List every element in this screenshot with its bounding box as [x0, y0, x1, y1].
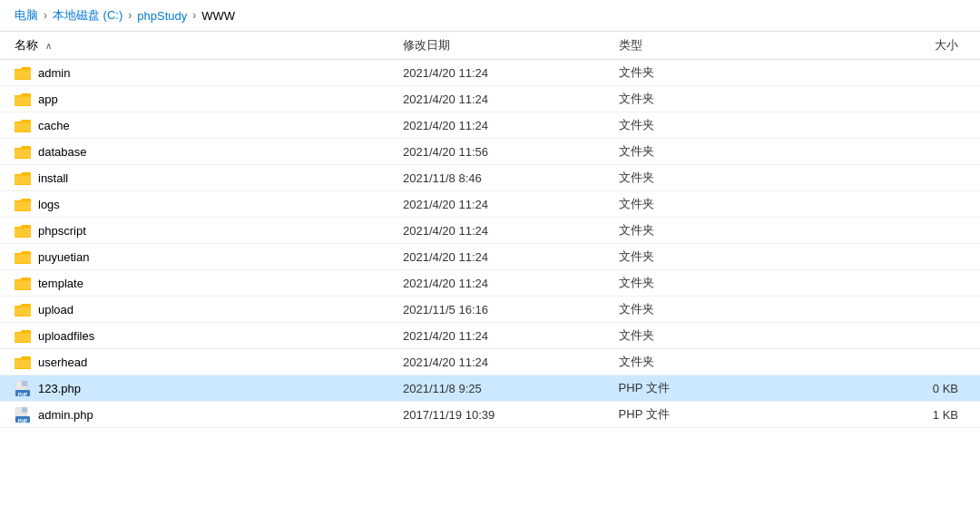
file-table: 名称 ∧ 修改日期 类型 大小	[0, 32, 980, 428]
file-size	[804, 270, 980, 297]
table-row[interactable]: upload 2021/11/5 16:16 文件夹	[0, 297, 980, 323]
table-row[interactable]: puyuetian 2021/4/20 11:24 文件夹	[0, 244, 980, 270]
svg-rect-1	[15, 69, 31, 79]
file-date: 2021/4/20 11:24	[392, 191, 608, 218]
file-name-cell: PHP 123.php	[0, 375, 392, 402]
file-size	[804, 297, 980, 323]
file-size	[804, 349, 980, 375]
file-date: 2021/4/20 11:24	[392, 270, 608, 297]
file-type: PHP 文件	[608, 375, 804, 402]
file-name-cell: phpscript	[0, 218, 392, 244]
file-size	[804, 244, 980, 270]
table-row[interactable]: userhead 2021/4/20 11:24 文件夹	[0, 349, 980, 375]
folder-icon	[15, 118, 31, 132]
svg-rect-11	[15, 200, 31, 210]
svg-rect-13	[15, 227, 31, 237]
folder-icon	[15, 302, 31, 316]
folder-icon	[15, 92, 31, 106]
breadcrumb-sep-2: ›	[128, 9, 132, 22]
breadcrumb-phpstudy[interactable]: phpStudy	[137, 9, 187, 23]
sort-arrow-icon: ∧	[45, 41, 52, 51]
file-type: 文件夹	[608, 244, 804, 270]
file-name: cache	[38, 119, 70, 132]
file-size: 1 KB	[804, 402, 980, 428]
svg-rect-25	[22, 381, 27, 386]
file-name: template	[38, 277, 83, 290]
file-date: 2021/11/8 9:25	[392, 375, 608, 402]
file-date: 2021/4/20 11:24	[392, 323, 608, 349]
file-date: 2021/4/20 11:24	[392, 112, 608, 139]
file-size	[804, 86, 980, 112]
table-row[interactable]: install 2021/11/8 8:46 文件夹	[0, 165, 980, 191]
file-name: app	[38, 92, 58, 106]
svg-text:PHP: PHP	[18, 418, 28, 424]
folder-icon	[15, 328, 31, 343]
file-name: admin	[38, 66, 70, 80]
file-name: install	[38, 171, 68, 185]
file-name-cell: app	[0, 86, 392, 112]
file-name: logs	[38, 198, 60, 211]
folder-icon	[15, 65, 31, 80]
php-file-icon: PHP	[15, 407, 31, 422]
table-row[interactable]: PHP 123.php 2021/11/8 9:25 PHP 文件 0 KB	[0, 375, 980, 402]
table-row[interactable]: app 2021/4/20 11:24 文件夹	[0, 86, 980, 112]
file-size	[804, 323, 980, 349]
file-name: database	[38, 145, 87, 159]
file-name: admin.php	[38, 408, 93, 422]
col-header-size[interactable]: 大小	[804, 32, 980, 60]
svg-rect-29	[22, 407, 27, 413]
svg-rect-3	[15, 95, 31, 105]
file-type: 文件夹	[608, 270, 804, 297]
file-date: 2021/11/8 8:46	[392, 165, 608, 191]
file-type: 文件夹	[608, 323, 804, 349]
file-size	[804, 60, 980, 86]
table-row[interactable]: phpscript 2021/4/20 11:24 文件夹	[0, 218, 980, 244]
svg-rect-21	[15, 332, 31, 342]
folder-icon	[15, 249, 31, 264]
file-size	[804, 218, 980, 244]
file-name-cell: PHP admin.php	[0, 402, 392, 428]
table-row[interactable]: admin 2021/4/20 11:24 文件夹	[0, 60, 980, 86]
breadcrumb-c-drive[interactable]: 本地磁盘 (C:)	[53, 7, 122, 24]
file-size	[804, 139, 980, 165]
file-type: 文件夹	[608, 191, 804, 218]
table-row[interactable]: database 2021/4/20 11:56 文件夹	[0, 139, 980, 165]
table-row[interactable]: cache 2021/4/20 11:24 文件夹	[0, 112, 980, 139]
svg-rect-17	[15, 279, 31, 289]
file-name: upload	[38, 303, 74, 316]
file-name: 123.php	[38, 382, 81, 395]
col-header-name[interactable]: 名称 ∧	[0, 32, 392, 60]
svg-text:PHP: PHP	[18, 392, 28, 397]
svg-rect-19	[15, 306, 31, 316]
folder-icon	[15, 170, 31, 185]
svg-rect-23	[15, 358, 31, 368]
breadcrumb-computer[interactable]: 电脑	[15, 7, 38, 24]
table-row[interactable]: template 2021/4/20 11:24 文件夹	[0, 270, 980, 297]
file-name: phpscript	[38, 224, 86, 238]
file-name-cell: template	[0, 270, 392, 297]
file-date: 2021/4/20 11:24	[392, 218, 608, 244]
breadcrumb: 电脑 › 本地磁盘 (C:) › phpStudy › WWW	[0, 0, 980, 32]
file-date: 2021/4/20 11:24	[392, 60, 608, 86]
table-row[interactable]: uploadfiles 2021/4/20 11:24 文件夹	[0, 323, 980, 349]
svg-rect-5	[15, 122, 31, 131]
table-row[interactable]: logs 2021/4/20 11:24 文件夹	[0, 191, 980, 218]
breadcrumb-www: WWW	[201, 9, 235, 23]
folder-icon	[15, 197, 31, 211]
table-row[interactable]: PHP admin.php 2017/11/19 10:39 PHP 文件 1 …	[0, 402, 980, 428]
file-name-cell: install	[0, 165, 392, 191]
folder-icon	[15, 144, 31, 159]
file-type: 文件夹	[608, 218, 804, 244]
file-date: 2017/11/19 10:39	[392, 402, 608, 428]
col-header-date[interactable]: 修改日期	[392, 32, 608, 60]
file-list-container: 名称 ∧ 修改日期 类型 大小	[0, 32, 980, 511]
file-name: uploadfiles	[38, 329, 94, 343]
file-name-cell: admin	[0, 60, 392, 86]
table-header-row: 名称 ∧ 修改日期 类型 大小	[0, 32, 980, 60]
file-name-cell: userhead	[0, 349, 392, 375]
file-type: 文件夹	[608, 297, 804, 323]
svg-rect-9	[15, 174, 31, 184]
file-name-cell: database	[0, 139, 392, 165]
svg-rect-7	[15, 148, 31, 158]
col-header-type[interactable]: 类型	[608, 32, 804, 60]
